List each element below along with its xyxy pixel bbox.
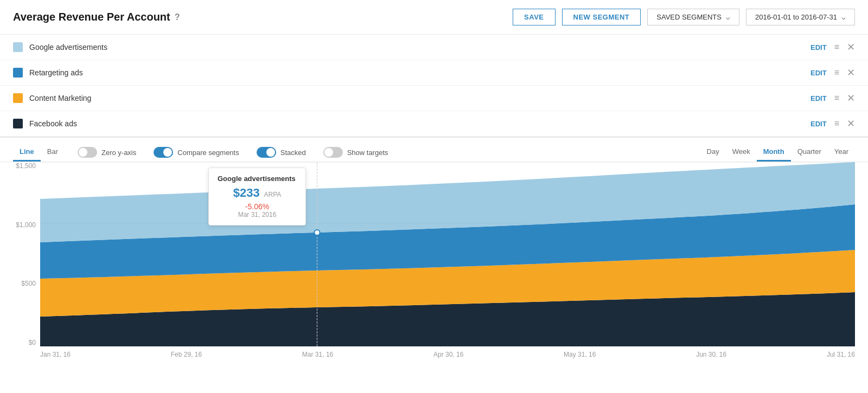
chart-area: $1,500 $1,000 $500 $0 <box>0 162 868 380</box>
menu-icon-content[interactable]: ≡ <box>834 94 839 102</box>
tooltip-change: -5.06% <box>218 202 297 211</box>
time-controls: Day Week Month Quarter Year <box>700 143 855 162</box>
chart-type-tabs: Line Bar <box>13 143 65 162</box>
close-icon-retargeting[interactable]: ✕ <box>847 67 855 79</box>
edit-retargeting-link[interactable]: EDIT <box>810 69 827 77</box>
new-segment-button[interactable]: NEW SEGMENT <box>562 9 641 25</box>
tab-line[interactable]: Line <box>13 143 41 162</box>
time-btn-year[interactable]: Year <box>828 143 855 162</box>
segment-row: Retargeting ads EDIT ≡ ✕ <box>0 60 868 86</box>
toggle-show-targets-switch[interactable] <box>323 147 343 158</box>
toggle-stacked: Stacked <box>257 147 306 158</box>
segment-name-retargeting: Retargeting ads <box>29 68 810 77</box>
tab-bar[interactable]: Bar <box>41 143 65 162</box>
segment-list: Google advertisements EDIT ≡ ✕ Retargeti… <box>0 35 868 138</box>
x-label: Jun 30, 16 <box>696 351 726 358</box>
time-btn-day[interactable]: Day <box>700 143 726 162</box>
tooltip-date: Mar 31, 2016 <box>218 211 297 218</box>
toggle-compare-segments-switch[interactable] <box>154 147 173 158</box>
tooltip-title: Google advertisements <box>218 175 297 183</box>
segment-row: Google advertisements EDIT ≡ ✕ <box>0 35 868 60</box>
x-label: Jul 31, 16 <box>827 351 855 358</box>
tooltip: Google advertisements $233 ARPA -5.06% M… <box>208 167 306 226</box>
save-button[interactable]: SAVE <box>513 9 555 25</box>
help-icon[interactable]: ? <box>175 12 180 22</box>
time-btn-week[interactable]: Week <box>726 143 757 162</box>
x-label: Jan 31, 16 <box>40 351 71 358</box>
segment-name-content: Content Marketing <box>29 94 810 102</box>
segment-name-facebook: Facebook ads <box>29 119 810 128</box>
segment-color-retargeting <box>13 68 23 78</box>
segment-color-facebook <box>13 119 23 128</box>
close-icon-google[interactable]: ✕ <box>847 41 855 53</box>
segment-color-google <box>13 42 23 52</box>
header-actions: SAVE NEW SEGMENT SAVED SEGMENTS ⌵ 2016-0… <box>513 9 855 25</box>
menu-icon-facebook[interactable]: ≡ <box>834 119 839 128</box>
edit-content-link[interactable]: EDIT <box>810 94 827 102</box>
toggle-stacked-switch[interactable] <box>257 147 276 158</box>
segment-name-google: Google advertisements <box>29 43 810 51</box>
menu-icon-retargeting[interactable]: ≡ <box>834 68 839 77</box>
toggle-show-targets: Show targets <box>323 147 388 158</box>
page-title: Average Revenue Per Account ? <box>13 11 513 23</box>
chevron-down-icon: ⌵ <box>726 13 730 21</box>
toggle-zero-y-axis: Zero y-axis <box>78 147 136 158</box>
date-range-button[interactable]: 2016-01-01 to 2016-07-31 ⌵ <box>746 9 855 25</box>
saved-segments-button[interactable]: SAVED SEGMENTS ⌵ <box>647 9 739 25</box>
x-label: Apr 30, 16 <box>433 351 463 358</box>
time-btn-quarter[interactable]: Quarter <box>791 143 828 162</box>
y-label: $0 <box>13 339 40 346</box>
chevron-down-icon: ⌵ <box>841 13 846 21</box>
x-axis: Jan 31, 16 Feb 29, 16 Mar 31, 16 Apr 30,… <box>13 346 855 358</box>
tooltip-value: $233 <box>233 186 260 199</box>
segment-color-content <box>13 93 23 103</box>
title-text: Average Revenue Per Account <box>13 11 170 23</box>
x-label: Mar 31, 16 <box>302 351 333 358</box>
chart-dot <box>314 230 320 235</box>
close-icon-facebook[interactable]: ✕ <box>847 118 855 130</box>
y-label: $500 <box>13 280 40 287</box>
toggle-compare-segments: Compare segments <box>154 147 239 158</box>
close-icon-content[interactable]: ✕ <box>847 92 855 104</box>
x-label: May 31, 16 <box>564 351 596 358</box>
segment-row: Content Marketing EDIT ≡ ✕ <box>0 86 868 111</box>
chart-svg <box>40 162 855 346</box>
edit-google-link[interactable]: EDIT <box>810 43 827 51</box>
tooltip-arpa-label: ARPA <box>264 191 282 198</box>
y-label: $1,000 <box>13 221 40 229</box>
menu-icon-google[interactable]: ≡ <box>834 43 839 51</box>
segment-row: Facebook ads EDIT ≡ ✕ <box>0 111 868 137</box>
time-btn-month[interactable]: Month <box>757 143 791 162</box>
x-label: Feb 29, 16 <box>171 351 202 358</box>
edit-facebook-link[interactable]: EDIT <box>810 120 827 128</box>
y-label: $1,500 <box>13 162 40 170</box>
toggle-zero-y-axis-switch[interactable] <box>78 147 97 158</box>
